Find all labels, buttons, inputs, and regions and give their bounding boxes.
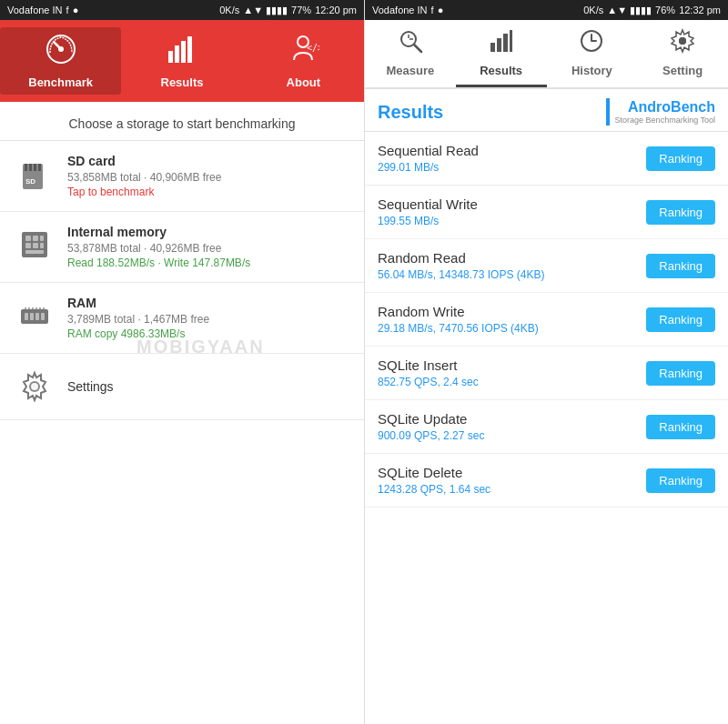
svg-line-38 (414, 45, 421, 52)
svg-rect-43 (503, 34, 508, 52)
ranking-btn-seq-write[interactable]: Ranking (646, 200, 715, 225)
sdcard-item[interactable]: SD SD card 53,858MB total · 40,906MB fre… (0, 141, 364, 212)
signal-bars-left: ▲▼ ▮▮▮▮ (243, 5, 288, 16)
signal-icon-right: ● (438, 5, 444, 15)
androbench-brand: AndroBench Storage Benchmarking Tool (615, 99, 715, 125)
right-panel: Vodafone IN f ● 0K/s ▲▼ ▮▮▮▮ 76% 12:32 p… (364, 0, 728, 724)
result-row-sqlite-delete: SQLite Delete 1243.28 QPS, 1.64 sec Rank… (365, 454, 728, 508)
nav-about[interactable]: </> About (243, 27, 364, 95)
bench-text: Bench (671, 99, 715, 115)
nav-about-label: About (287, 75, 321, 89)
settings-label: Settings (67, 379, 114, 394)
choose-title: Choose a storage to start benchmarking (0, 102, 364, 141)
svg-rect-31 (39, 307, 41, 309)
svg-rect-4 (181, 41, 186, 63)
nav-history-label: History (571, 64, 612, 77)
carrier-left: Vodafone IN (7, 5, 63, 15)
ram-speed: RAM copy 4986.33MB/s (67, 327, 349, 340)
androbench-sub: Storage Benchmarking Tool (615, 116, 715, 125)
ranking-btn-sqlite-update[interactable]: Ranking (646, 415, 715, 439)
svg-rect-10 (29, 164, 32, 171)
setting-icon (670, 28, 695, 60)
result-row-seq-read: Sequential Read 299.01 MB/s Ranking (365, 132, 728, 186)
nav-measure[interactable]: Measure (365, 21, 456, 87)
nav-results-left-label: Results (161, 75, 204, 89)
internal-info: Internal memory 53,878MB total · 40,926M… (67, 225, 349, 269)
logo-bar (606, 98, 610, 126)
result-row-rand-read: Random Read 56.04 MB/s, 14348.73 IOPS (4… (365, 239, 728, 293)
internal-name: Internal memory (67, 225, 349, 239)
result-name-sqlite-update: SQLite Update (378, 411, 646, 427)
result-value-rand-write: 29.18 MB/s, 7470.56 IOPS (4KB) (378, 322, 646, 335)
svg-rect-16 (33, 236, 38, 241)
result-info-rand-write: Random Write 29.18 MB/s, 7470.56 IOPS (4… (378, 304, 646, 335)
result-info-sqlite-update: SQLite Update 900.09 QPS, 2.27 sec (378, 411, 646, 442)
result-name-seq-write: Sequential Write (378, 196, 646, 212)
nav-measure-label: Measure (387, 64, 435, 77)
svg-rect-44 (510, 30, 512, 52)
signal-bars-right: ▲▼ ▮▮▮▮ (607, 5, 652, 16)
result-name-sqlite-insert: SQLite Insert (378, 357, 646, 373)
svg-point-1 (58, 46, 64, 52)
svg-rect-9 (25, 164, 27, 171)
nav-history[interactable]: History (547, 21, 638, 87)
svg-point-47 (679, 37, 686, 45)
svg-text:SD: SD (25, 177, 35, 186)
result-value-rand-read: 56.04 MB/s, 14348.73 IOPS (4KB) (378, 268, 646, 281)
nav-benchmark-label: Benchmark (28, 75, 93, 89)
svg-rect-41 (490, 43, 495, 52)
result-value-seq-read: 299.01 MB/s (378, 161, 646, 174)
result-name-rand-read: Random Read (378, 250, 646, 266)
svg-rect-3 (175, 45, 179, 63)
top-nav-left: Benchmark Results </> (0, 20, 364, 102)
speed-left: 0K/s (219, 5, 239, 15)
fb-icon-left: f (66, 5, 69, 15)
androbench-logo: AndroBench Storage Benchmarking Tool (606, 98, 715, 126)
sdcard-icon: SD (15, 154, 55, 194)
svg-rect-5 (187, 36, 192, 63)
ranking-btn-sqlite-insert[interactable]: Ranking (646, 361, 715, 386)
androbench-name: AndroBench (628, 99, 715, 116)
settings-icon (15, 367, 55, 407)
nav-benchmark[interactable]: Benchmark (0, 27, 121, 95)
result-name-rand-write: Random Write (378, 304, 646, 319)
result-value-sqlite-update: 900.09 QPS, 2.27 sec (378, 429, 646, 442)
result-row-sqlite-insert: SQLite Insert 852.75 QPS, 2.4 sec Rankin… (365, 347, 728, 400)
svg-rect-12 (38, 164, 41, 171)
ranking-btn-rand-read[interactable]: Ranking (646, 254, 715, 278)
ram-item[interactable]: RAM 3,789MB total · 1,467MB free RAM cop… (0, 283, 364, 354)
results-icon-left (166, 33, 198, 72)
result-value-seq-write: 199.55 MB/s (378, 215, 646, 227)
svg-rect-25 (35, 313, 39, 320)
sdcard-action[interactable]: Tap to benchmark (67, 186, 349, 198)
nav-setting[interactable]: Setting (637, 21, 728, 87)
left-panel: Vodafone IN f ● 0K/s ▲▼ ▮▮▮▮ 77% 12:20 p… (0, 0, 364, 724)
svg-text:</>: </> (307, 43, 319, 53)
svg-rect-24 (30, 313, 34, 320)
nav-results-left[interactable]: Results (121, 27, 242, 95)
benchmark-icon (45, 33, 77, 72)
nav-results-right[interactable]: Results (456, 21, 547, 87)
ram-name: RAM (67, 296, 349, 310)
svg-rect-11 (34, 164, 36, 171)
status-bar-left: Vodafone IN f ● 0K/s ▲▼ ▮▮▮▮ 77% 12:20 p… (0, 0, 364, 20)
result-info-sqlite-insert: SQLite Insert 852.75 QPS, 2.4 sec (378, 357, 646, 388)
internal-total: 53,878MB total · 40,926MB free (67, 242, 349, 255)
result-info-seq-read: Sequential Read 299.01 MB/s (378, 143, 646, 174)
nav-setting-label: Setting (662, 64, 703, 77)
internal-item[interactable]: Internal memory 53,878MB total · 40,926M… (0, 212, 364, 283)
settings-item[interactable]: Settings (0, 354, 364, 420)
ranking-btn-sqlite-delete[interactable]: Ranking (646, 468, 715, 493)
result-info-sqlite-delete: SQLite Delete 1243.28 QPS, 1.64 sec (378, 465, 646, 496)
speed-right: 0K/s (583, 5, 603, 15)
ranking-btn-seq-read[interactable]: Ranking (646, 146, 715, 171)
time-right: 12:32 pm (679, 5, 721, 15)
svg-rect-15 (25, 236, 31, 241)
svg-rect-29 (32, 307, 34, 309)
results-header: Results AndroBench Storage Benchmarking … (365, 89, 728, 132)
results-list: Sequential Read 299.01 MB/s Ranking Sequ… (365, 132, 728, 724)
ranking-btn-rand-write[interactable]: Ranking (646, 307, 715, 332)
signal-icon-left: ● (73, 5, 79, 15)
svg-point-36 (31, 383, 38, 390)
ram-icon (15, 296, 55, 336)
